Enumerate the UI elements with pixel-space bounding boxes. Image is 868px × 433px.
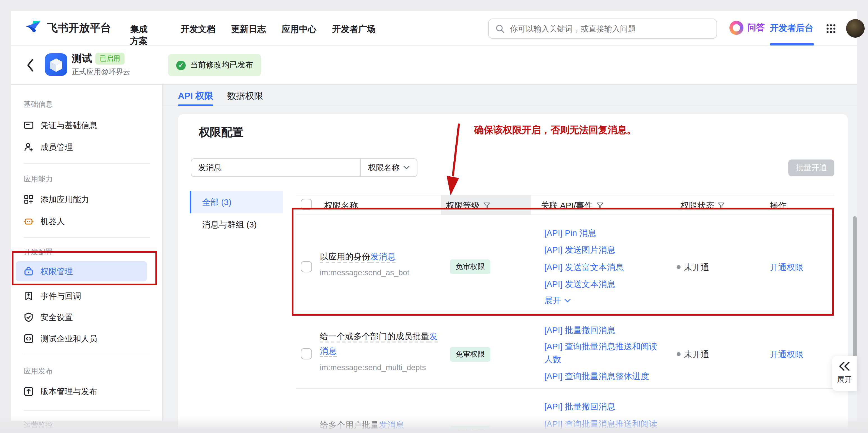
permission-search-input[interactable] — [191, 163, 360, 172]
code-icon — [24, 334, 34, 344]
sidebar-item-add-capability[interactable]: 添加应用能力 — [24, 193, 89, 206]
column-level: 权限等级 — [446, 201, 490, 211]
api-link[interactable]: [API] 批量撤回消息 — [544, 400, 615, 413]
api-link[interactable]: [API] 查询批量消息推送和阅读人数 — [544, 340, 661, 366]
bookmark-plus-icon — [24, 291, 34, 301]
tab-api-permissions[interactable]: API 权限 — [178, 90, 213, 102]
permission-name: 以应用的身份发消息 — [320, 249, 446, 264]
grid-plus-icon — [24, 194, 34, 204]
batch-open-button[interactable]: 批量开通 — [788, 160, 834, 176]
sidebar-item-versions[interactable]: 版本管理与发布 — [24, 385, 97, 398]
filter-funnel-icon[interactable] — [718, 202, 725, 209]
filter-message-group[interactable]: 消息与群组 (3) — [190, 213, 283, 236]
publish-banner: ✓ 当前修改均已发布 — [168, 54, 261, 76]
avatar[interactable] — [846, 19, 865, 38]
nav-search[interactable] — [488, 19, 717, 39]
nav-item-changelog[interactable]: 更新日志 — [231, 24, 266, 35]
permission-name-link[interactable]: 发消息 — [379, 420, 404, 430]
column-status: 权限状态 — [681, 201, 725, 211]
level-badge: 免审权限 — [450, 426, 490, 433]
nav-item-app-center[interactable]: 应用中心 — [282, 24, 316, 35]
sidebar-item-events[interactable]: 事件与回调 — [24, 289, 81, 303]
card-title: 权限配置 — [198, 125, 244, 140]
api-link[interactable]: [API] Pin 消息 — [544, 226, 596, 239]
back-button[interactable] — [26, 58, 35, 75]
sidebar-item-members[interactable]: 成员管理 — [24, 140, 73, 154]
sidebar-divider — [24, 164, 150, 164]
nav-item-dev-square[interactable]: 开发者广场 — [332, 24, 376, 35]
header-bottom-border — [296, 214, 834, 215]
row-divider — [296, 388, 834, 388]
row-checkbox[interactable] — [301, 348, 312, 359]
row-checkbox[interactable] — [301, 261, 312, 272]
api-link[interactable]: [API] 查询批量消息推送和阅读 — [544, 417, 657, 430]
api-link[interactable]: [API] 查询批量消息整体进度 — [544, 370, 649, 382]
scrollbar-thumb[interactable] — [853, 216, 857, 367]
annotation-note: 确保该权限开启，否则无法回复消息。 — [474, 123, 636, 137]
app-type: 正式应用@环界云 — [72, 67, 130, 77]
api-link[interactable]: [API] 批量撤回消息 — [544, 323, 615, 337]
lock-icon — [24, 266, 34, 276]
app-header: 测试 已启用 正式应用@环界云 ✓ 当前修改均已发布 — [11, 46, 857, 85]
sidebar-item-credentials[interactable]: 凭证与基础信息 — [24, 118, 97, 132]
nav-item-dev-console[interactable]: 开发者后台 — [770, 23, 813, 34]
permission-name-link[interactable]: 发消息 — [370, 252, 396, 261]
sidebar-item-test-org[interactable]: 测试企业和人员 — [24, 332, 97, 345]
api-link[interactable]: [API] 发送图片消息 — [544, 243, 615, 256]
nav-item-docs[interactable]: 开发文档 — [181, 24, 215, 35]
chevron-down-icon — [403, 166, 410, 170]
shield-check-icon — [24, 312, 34, 322]
sidebar-divider — [24, 410, 150, 410]
qa-link[interactable]: 问答 — [730, 21, 765, 35]
sidebar-section-monitoring: 运营监控 — [24, 420, 53, 430]
app-icon — [45, 53, 67, 76]
sidebar-section-release: 应用发布 — [24, 366, 53, 376]
enabled-badge: 已启用 — [95, 53, 125, 65]
publish-banner-text: 当前修改均已发布 — [190, 60, 253, 70]
logo-text: 飞书开放平台 — [47, 21, 111, 35]
sidebar-section-capabilities: 应用能力 — [24, 174, 53, 184]
column-name: 权限名称 — [324, 201, 358, 211]
tab-data-permissions[interactable]: 数据权限 — [227, 90, 263, 102]
sidebar: 基础信息 凭证与基础信息 成员管理 应用能力 添加应用能力 机器人 开发配置 权… — [11, 85, 163, 421]
nav-search-input[interactable] — [509, 24, 710, 34]
status-dot — [677, 352, 681, 356]
logo[interactable]: 飞书开放平台 — [25, 20, 111, 36]
open-permission-link[interactable]: 开通权限 — [770, 262, 804, 273]
open-permission-link[interactable]: 开通权限 — [770, 349, 804, 360]
annotation-arrow — [443, 122, 466, 198]
status-text: 未开通 — [684, 349, 709, 360]
sidebar-item-bot[interactable]: 机器人 — [24, 214, 65, 228]
sidebar-section-dev-config: 开发配置 — [24, 247, 53, 257]
filter-active-bar — [190, 191, 191, 213]
nav-item-solutions[interactable]: 集成方案 — [130, 24, 149, 47]
chevron-down-icon — [564, 299, 570, 303]
top-nav: 飞书开放平台 集成方案 开发文档 更新日志 应用中心 开发者广场 问答 开发者后… — [11, 11, 857, 46]
permission-search: 权限名称 — [191, 158, 417, 177]
chevron-left-icon — [26, 58, 35, 73]
expand-panel-button[interactable]: 展开 — [832, 356, 857, 391]
upload-square-icon — [24, 386, 34, 397]
robot-icon — [24, 216, 34, 226]
expand-apis[interactable]: 展开 — [544, 295, 570, 306]
api-link[interactable]: [API] 发送富文本消息 — [544, 261, 624, 273]
apps-grid-icon[interactable] — [826, 24, 836, 36]
qa-label: 问答 — [747, 22, 765, 34]
id-card-icon — [24, 120, 34, 130]
search-field-select[interactable]: 权限名称 — [361, 163, 417, 173]
filter-funnel-icon[interactable] — [596, 202, 603, 209]
sidebar-divider — [24, 354, 150, 354]
status-text: 未开通 — [684, 262, 709, 273]
expand-panel-label: 展开 — [837, 375, 852, 385]
double-chevron-left-icon — [839, 362, 850, 371]
permission-code: im:message:send_as_bot — [320, 268, 409, 277]
filter-funnel-icon[interactable] — [483, 202, 490, 209]
select-all-checkbox[interactable] — [301, 199, 312, 210]
nav-active-underline — [770, 43, 814, 46]
sidebar-item-permissions[interactable]: 权限管理 — [16, 261, 147, 281]
api-link[interactable]: [API] 发送文本消息 — [544, 278, 615, 290]
app-name: 测试 — [72, 52, 92, 65]
column-apis: 关联 API/事件 — [541, 201, 603, 211]
filter-all[interactable]: 全部 (3) — [190, 191, 283, 213]
sidebar-item-security[interactable]: 安全设置 — [24, 311, 73, 324]
